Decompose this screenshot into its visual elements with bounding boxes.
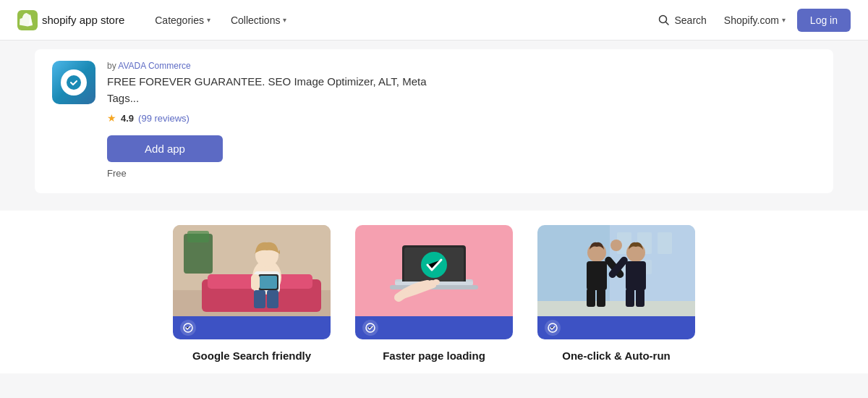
collections-chevron-icon: ▾ <box>283 16 286 24</box>
navbar: shopify app store Categories ▾ Collectio… <box>0 0 868 41</box>
svg-point-48 <box>610 240 622 251</box>
price-label: Free <box>107 168 816 179</box>
feature-footer-icon-2 <box>362 320 378 336</box>
search-icon <box>658 14 670 26</box>
logo-link[interactable]: shopify app store <box>17 10 124 30</box>
svg-rect-14 <box>260 276 277 289</box>
app-info: by AVADA Commerce FREE FOREVER GUARANTEE… <box>107 61 816 179</box>
collections-nav-item[interactable]: Collections ▾ <box>224 10 294 30</box>
search-label: Search <box>674 14 706 26</box>
avada-icon-2 <box>365 323 375 333</box>
svg-rect-46 <box>636 289 644 307</box>
categories-chevron-icon: ▾ <box>207 16 210 24</box>
logo-appstore: app store <box>80 14 125 26</box>
feature-footer-icon-3 <box>545 320 561 336</box>
avada-icon-1 <box>183 323 193 333</box>
feature-title-2: Faster page loading <box>383 350 485 362</box>
features-section: Google Search friendly <box>0 211 868 373</box>
feature-card-1: Google Search friendly <box>172 225 331 362</box>
svg-rect-37 <box>537 301 695 316</box>
svg-rect-15 <box>251 274 260 290</box>
feature-scene-3-icon <box>537 225 695 316</box>
rating-value: 4.9 <box>121 113 134 124</box>
svg-point-3 <box>67 75 81 90</box>
svg-rect-41 <box>597 289 605 307</box>
feature-image-2 <box>355 225 513 339</box>
feature-title-3: One-click & Auto-run <box>562 350 670 362</box>
feature-footer-icon-1 <box>180 320 196 336</box>
svg-rect-45 <box>626 289 634 307</box>
nav-links: Categories ▾ Collections ▾ <box>148 10 652 30</box>
logo-shopify: shopify <box>42 14 77 26</box>
app-logo-icon <box>66 75 82 90</box>
app-card: by AVADA Commerce FREE FOREVER GUARANTEE… <box>35 49 833 193</box>
feature-footer-1 <box>173 316 331 339</box>
add-app-button[interactable]: Add app <box>107 135 223 162</box>
reviews-link[interactable]: (99 reviews) <box>138 113 190 124</box>
login-button[interactable]: Log in <box>797 9 851 32</box>
logo-text: shopify app store <box>42 14 124 26</box>
feature-scene-2-icon <box>355 225 513 316</box>
svg-rect-16 <box>254 290 265 308</box>
svg-rect-40 <box>587 289 595 307</box>
feature-image-1 <box>173 225 331 339</box>
categories-label: Categories <box>155 14 204 26</box>
feature-scene-1-icon <box>173 225 331 316</box>
app-card-section: by AVADA Commerce FREE FOREVER GUARANTEE… <box>0 49 868 193</box>
section-divider <box>0 193 868 208</box>
svg-rect-34 <box>658 232 672 254</box>
svg-rect-7 <box>187 231 209 242</box>
app-rating: ★ 4.9 (99 reviews) <box>107 112 816 124</box>
author-link[interactable]: AVADA Commerce <box>118 61 190 71</box>
app-description: FREE FOREVER GUARANTEE. SEO Image Optimi… <box>107 74 454 106</box>
feature-footer-2 <box>355 316 513 339</box>
shopify-com-chevron-icon: ▾ <box>782 16 786 24</box>
avada-icon-3 <box>548 323 558 333</box>
nav-right: Search Shopify.com ▾ Log in <box>652 9 851 32</box>
svg-rect-39 <box>587 261 607 290</box>
feature-title-1: Google Search friendly <box>192 350 311 362</box>
svg-rect-17 <box>267 290 278 308</box>
app-card-top: by AVADA Commerce FREE FOREVER GUARANTEE… <box>52 61 816 179</box>
shopify-logo-icon <box>17 10 38 30</box>
collections-label: Collections <box>231 14 280 26</box>
svg-line-2 <box>666 22 669 25</box>
feature-card-3: One-click & Auto-run <box>537 225 696 362</box>
svg-rect-44 <box>626 261 646 290</box>
shopify-com-link[interactable]: Shopify.com ▾ <box>724 14 786 26</box>
feature-footer-3 <box>537 316 695 339</box>
svg-point-28 <box>433 279 440 285</box>
feature-image-3 <box>537 225 695 339</box>
main-content: by AVADA Commerce FREE FOREVER GUARANTEE… <box>0 49 868 373</box>
star-icon: ★ <box>107 112 116 124</box>
app-by-text: by AVADA Commerce <box>107 61 816 71</box>
app-icon <box>52 61 95 104</box>
search-button[interactable]: Search <box>652 10 712 30</box>
feature-card-2: Faster page loading <box>354 225 514 362</box>
categories-nav-item[interactable]: Categories ▾ <box>148 10 218 30</box>
